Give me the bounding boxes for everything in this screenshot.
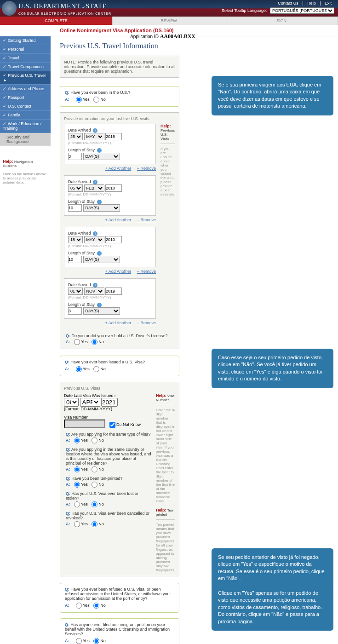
info-icon: i: [97, 148, 102, 153]
q4-no-radio[interactable]: [93, 638, 99, 644]
visit-yy[interactable]: [105, 133, 122, 140]
app-title-row: Online Nonimmigrant Visa Application (DS…: [0, 25, 338, 36]
subq-yes-radio[interactable]: [74, 521, 80, 527]
q4-yes-radio[interactable]: [76, 638, 82, 644]
dl-no-radio[interactable]: [92, 339, 97, 345]
visit-los[interactable]: [68, 204, 82, 212]
visit-box: Date Arrived i 01 NOV (Format: DD-MMM-YY…: [64, 278, 156, 319]
sidebar-item-us-contact[interactable]: ✓U.S. Contact: [0, 102, 51, 111]
visit-los[interactable]: [68, 256, 82, 263]
visit-yy[interactable]: [105, 236, 122, 243]
visit-mm[interactable]: MAY: [84, 133, 104, 140]
subq-yes-radio[interactable]: [74, 466, 80, 472]
info-icon: i: [97, 303, 102, 307]
sidebar-item-getting-started[interactable]: ✓Getting Started: [0, 36, 51, 45]
sub-question: Q: Are you applying for the same type of…: [66, 432, 151, 437]
page-title: Previous U.S. Travel Information: [60, 42, 179, 50]
progress-tabs: COMPLETE REVIEW SIGN: [0, 17, 338, 25]
visit-unit[interactable]: DAY(S): [83, 204, 120, 212]
sub-question: Q: Has your U.S. Visa ever been lost or …: [66, 491, 151, 500]
visit-dd[interactable]: 18: [68, 236, 83, 243]
add-another-link[interactable]: + Add Another: [105, 321, 131, 325]
q3-yes-radio[interactable]: [76, 603, 82, 609]
contact-link[interactable]: Contact Us: [278, 1, 298, 6]
subq-yes-radio[interactable]: [74, 437, 80, 443]
remove-link[interactable]: − Remove: [137, 321, 156, 325]
tab-review[interactable]: REVIEW: [113, 17, 225, 25]
callout-1: Se é sua primeira viagem aos EUA, clique…: [212, 76, 333, 115]
tab-sign[interactable]: SIGN: [225, 17, 338, 25]
visit-dd[interactable]: 25: [68, 133, 83, 140]
sidebar-item-security[interactable]: Security and Background: [0, 133, 51, 146]
add-another-link[interactable]: + Add Another: [105, 218, 131, 222]
q1-no-radio[interactable]: [93, 97, 99, 103]
sidebar-item-work-education[interactable]: ✓Work / Education / Training: [0, 120, 51, 133]
top-links: Contact Us | Help | Exit: [275, 1, 334, 6]
visa-dd[interactable]: 06: [64, 398, 79, 407]
info-icon: i: [93, 128, 97, 133]
callout-3: Se seu pedido anterior de visto já foi n…: [212, 548, 333, 588]
add-another-link[interactable]: + Add Another: [105, 269, 131, 274]
q2-yes-radio[interactable]: [76, 366, 82, 372]
dnk-checkbox[interactable]: [109, 422, 115, 428]
info-icon: i: [97, 200, 102, 204]
visit-los[interactable]: [68, 307, 82, 315]
visit-yy[interactable]: [105, 288, 122, 295]
state-seal-icon: [2, 1, 17, 16]
sidebar-item-passport[interactable]: ✓Passport: [0, 93, 51, 102]
visit-los[interactable]: [68, 153, 82, 160]
info-icon: i: [93, 180, 97, 184]
dl-yes-radio[interactable]: [74, 339, 80, 345]
sidebar-item-travel[interactable]: ✓Travel: [0, 54, 51, 63]
help-link[interactable]: Help: [307, 1, 316, 6]
sidebar-item-personal[interactable]: ✓Personal: [0, 45, 51, 54]
q-drivers-license: Q: Do you or did you ever hold a U.S. Dr…: [66, 334, 175, 338]
visit-unit[interactable]: DAY(S): [83, 256, 120, 263]
remove-link[interactable]: − Remove: [137, 218, 156, 222]
info-icon: i: [93, 283, 97, 288]
visit-box: Date Arrived i 18 MAY (Format: DD-MMM-YY…: [64, 227, 156, 267]
visa-mm[interactable]: APR: [80, 398, 100, 407]
visit-box: Date Arrived i 25 MAY (Format: DD-MMM-YY…: [64, 124, 156, 164]
add-another-link[interactable]: + Add Another: [105, 166, 131, 171]
q-immigrant-petition: Q: Has anyone ever filed an immigrant pe…: [60, 618, 179, 644]
note-box: NOTE: Provide the following previous U.S…: [60, 56, 179, 78]
q-ever-been-us: Q: Have you ever been in the U.S.? A: Ye…: [60, 86, 179, 107]
remove-link[interactable]: − Remove: [137, 166, 156, 171]
sidebar-item-travel-companions[interactable]: ✓Travel Companions: [0, 63, 51, 71]
visit-mm[interactable]: MAY: [84, 236, 104, 243]
sub-question: Q: Have you been ten-printed?: [66, 476, 151, 481]
q3-no-radio[interactable]: [93, 603, 99, 609]
visa-yy[interactable]: [101, 398, 118, 407]
tab-complete[interactable]: COMPLETE: [0, 17, 113, 25]
sidebar-item-previous-travel[interactable]: ✓Previous U.S. Travel ▸: [0, 71, 51, 85]
callout-4: Clique em "Yes" apenas se for um pedido …: [212, 584, 333, 631]
visit-mm[interactable]: FEB: [84, 184, 104, 192]
exit-link[interactable]: Exit: [325, 1, 332, 6]
visit-dd[interactable]: 01: [68, 288, 83, 295]
visa-number-input[interactable]: [64, 420, 105, 428]
sidebar-item-family[interactable]: ✓Family: [0, 111, 51, 120]
subq-yes-radio[interactable]: [74, 482, 80, 488]
subq-no-radio[interactable]: [92, 521, 97, 527]
visit-unit[interactable]: DAY(S): [83, 307, 120, 315]
visit-mm[interactable]: NOV: [84, 288, 104, 295]
info-icon: i: [93, 231, 97, 236]
content: Previous U.S. Travel Information NOTE: P…: [51, 36, 184, 644]
subq-yes-radio[interactable]: [74, 501, 80, 507]
info-icon: i: [97, 251, 102, 256]
subq-no-radio[interactable]: [92, 501, 97, 507]
subq-no-radio[interactable]: [92, 437, 97, 443]
visit-dd[interactable]: 05: [68, 184, 83, 192]
language-dropdown[interactable]: PORTUGUÊS (PORTUGUESE): [270, 7, 334, 14]
q2-no-radio[interactable]: [93, 366, 99, 372]
visit-unit[interactable]: DAY(S): [83, 153, 120, 160]
q1-yes-radio[interactable]: [76, 97, 82, 103]
remove-link[interactable]: − Remove: [137, 269, 156, 274]
subq-no-radio[interactable]: [92, 482, 97, 488]
sidebar-item-address-phone[interactable]: ✓Address and Phone: [0, 85, 51, 93]
visit-yy[interactable]: [105, 184, 122, 192]
subq-no-radio[interactable]: [92, 466, 97, 472]
sidebar-help: Help: Navigation Buttons Click on the bu…: [0, 156, 51, 187]
visits-panel: Provide information on your last five U.…: [60, 112, 179, 349]
